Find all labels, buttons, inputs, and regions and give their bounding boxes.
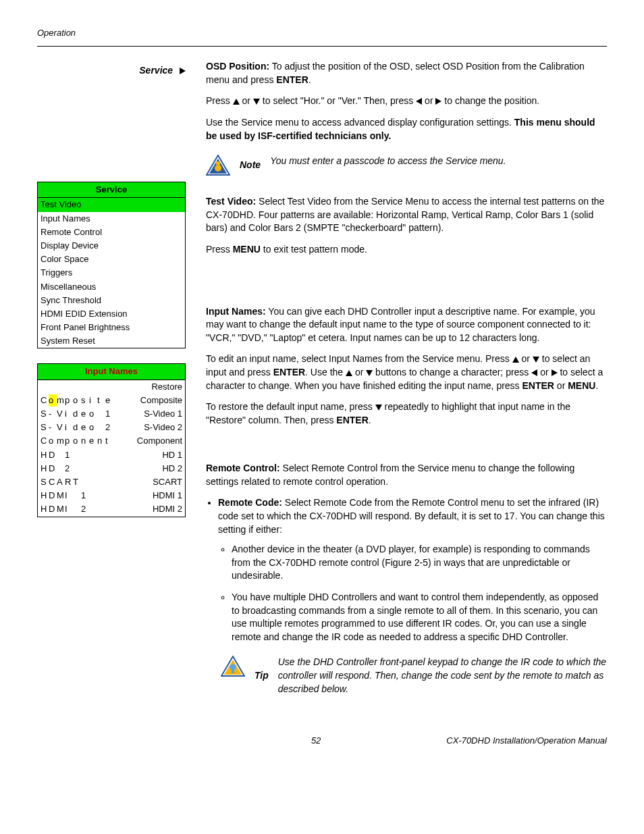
test-video-paragraph: Test Video: Select Test Video from the S… bbox=[206, 195, 607, 235]
service-menu-item: Remote Control bbox=[38, 226, 185, 239]
arrow-down-icon bbox=[366, 370, 373, 376]
note-icon bbox=[206, 155, 230, 176]
service-menu-item: Test Video bbox=[38, 198, 185, 211]
osd-press-paragraph: Press or to select "Hor." or "Ver." Then… bbox=[206, 95, 607, 108]
test-video-exit-paragraph: Press MENU to exit test pattern mode. bbox=[206, 243, 607, 257]
input-names-menu-title: Input Names bbox=[38, 364, 185, 380]
input-names-menu-box: Input Names Restore CompositeCompositeS-… bbox=[37, 363, 186, 517]
footer-title: CX-70DHD Installation/Operation Manual bbox=[446, 735, 607, 747]
service-menu-item: Display Device bbox=[38, 239, 185, 253]
service-menu-item: Front Panel Brightness bbox=[38, 321, 185, 334]
service-menu-item: Input Names bbox=[38, 212, 185, 226]
service-side-heading: Service bbox=[37, 64, 186, 78]
arrow-down-icon bbox=[533, 357, 539, 363]
page-number: 52 bbox=[186, 735, 446, 747]
service-menu-item: HDMI EDID Extension bbox=[38, 307, 185, 321]
note-callout: Note You must enter a passcode to access… bbox=[206, 155, 607, 176]
arrow-up-icon bbox=[512, 357, 519, 363]
input-names-restore-header: Restore bbox=[38, 380, 185, 394]
tip-label: Tip bbox=[254, 669, 269, 683]
remote-code-sub-1: Another device in the theater (a DVD pla… bbox=[232, 543, 607, 583]
input-names-row: CompositeComposite bbox=[38, 394, 185, 407]
service-menu-title: Service bbox=[38, 182, 185, 198]
arrow-right-icon bbox=[552, 369, 558, 376]
service-menu-item: Color Space bbox=[38, 253, 185, 266]
footer: 52 CX-70DHD Installation/Operation Manua… bbox=[37, 735, 607, 747]
arrow-up-icon bbox=[346, 370, 352, 376]
input-names-row: HD 1HD 1 bbox=[38, 448, 185, 462]
service-intro-paragraph: Use the Service menu to access advanced … bbox=[206, 116, 607, 142]
arrow-left-icon bbox=[531, 369, 537, 376]
remote-code-sub-2: You have multiple DHD Controllers and wa… bbox=[232, 591, 607, 644]
input-names-row: HD 2HD 2 bbox=[38, 462, 185, 475]
service-menu-item: Miscellaneous bbox=[38, 280, 185, 294]
input-names-paragraph-2: To edit an input name, select Input Name… bbox=[206, 353, 607, 392]
service-menu-box: Service Test VideoInput NamesRemote Cont… bbox=[37, 182, 186, 348]
input-names-row: SCARTSCART bbox=[38, 475, 185, 489]
svg-point-2 bbox=[215, 165, 221, 172]
remote-code-bullet: Remote Code: Select Remote Code from the… bbox=[218, 496, 607, 644]
input-names-row: HDMI 2HDMI 2 bbox=[38, 502, 185, 516]
remote-control-paragraph: Remote Control: Select Remote Control fr… bbox=[206, 462, 607, 488]
tip-callout: Tip Use the DHD Controller front-panel k… bbox=[221, 656, 607, 696]
service-menu-item: System Reset bbox=[38, 334, 185, 348]
svg-point-6 bbox=[230, 664, 236, 671]
header-section: Operation bbox=[37, 27, 607, 39]
arrow-down-icon bbox=[375, 405, 382, 411]
input-names-row: S-Video 1S-Video 1 bbox=[38, 407, 185, 421]
arrow-up-icon bbox=[233, 99, 240, 105]
tip-icon bbox=[221, 656, 245, 677]
svg-rect-7 bbox=[232, 670, 234, 673]
arrow-down-icon bbox=[253, 99, 260, 105]
svg-rect-3 bbox=[216, 161, 220, 165]
header-rule bbox=[37, 46, 607, 47]
input-names-row: S-Video 2S-Video 2 bbox=[38, 421, 185, 434]
chevron-right-icon bbox=[180, 64, 186, 78]
note-label: Note bbox=[240, 159, 261, 172]
arrow-left-icon bbox=[416, 98, 422, 105]
service-menu-item: Sync Threshold bbox=[38, 294, 185, 307]
input-names-paragraph-3: To restore the default input name, press… bbox=[206, 400, 607, 427]
osd-position-paragraph: OSD Position: To adjust the position of … bbox=[206, 60, 607, 86]
input-names-paragraph-1: Input Names: You can give each DHD Contr… bbox=[206, 305, 607, 345]
note-text: You must enter a passcode to access the … bbox=[270, 155, 607, 168]
input-names-row: HDMI 1HDMI 1 bbox=[38, 489, 185, 502]
input-names-row: ComponentComponent bbox=[38, 434, 185, 448]
tip-text: Use the DHD Controller front-panel keypa… bbox=[278, 656, 607, 696]
service-menu-item: Triggers bbox=[38, 266, 185, 280]
